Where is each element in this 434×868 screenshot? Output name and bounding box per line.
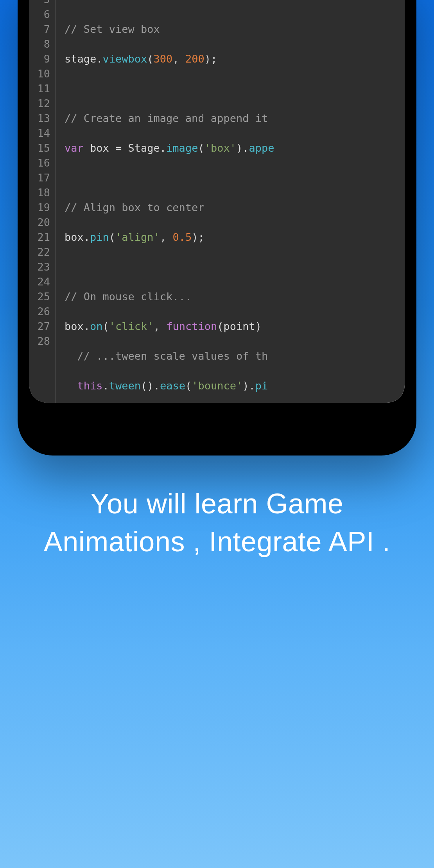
code-line: // ...tween scale values of th [65,349,405,364]
phone-frame: 4 5 6 7 8 9 10 11 12 13 14 15 16 17 18 1… [18,0,416,456]
line-number: 25 [29,289,50,304]
promo-caption: You will learn Game Animations , Integra… [0,485,434,561]
code-line: // Set view box [65,22,405,37]
code-line [65,81,405,96]
line-number: 27 [29,319,50,334]
line-number: 6 [29,7,50,22]
code-line: box.on('click', function(point) [65,319,405,334]
line-number: 21 [29,230,50,245]
code-line [65,260,405,274]
code-line [65,170,405,185]
line-number: 26 [29,304,50,319]
code-editor[interactable]: 4 5 6 7 8 9 10 11 12 13 14 15 16 17 18 1… [29,0,405,403]
line-number: 14 [29,126,50,141]
line-number: 8 [29,37,50,52]
screen: 4 5 6 7 8 9 10 11 12 13 14 15 16 17 18 1… [29,0,405,403]
line-number: 9 [29,52,50,66]
line-number: 17 [29,170,50,185]
line-number: 7 [29,22,50,37]
line-number: 10 [29,66,50,81]
line-number: 19 [29,200,50,215]
code-line: stage.viewbox(300, 200); [65,52,405,66]
line-number: 5 [29,0,50,7]
code-line: // On mouse click... [65,289,405,304]
code-line [65,0,405,7]
line-number-gutter: 4 5 6 7 8 9 10 11 12 13 14 15 16 17 18 1… [29,0,56,403]
line-number: 28 [29,334,50,349]
line-number: 13 [29,111,50,126]
code-line: box.pin('align', 0.5); [65,230,405,245]
line-number: 23 [29,260,50,274]
line-number: 15 [29,141,50,156]
line-number: 18 [29,185,50,200]
code-content[interactable]: // Set view box stage.viewbox(300, 200);… [56,0,405,403]
line-number: 24 [29,274,50,289]
line-number: 11 [29,81,50,96]
line-number: 20 [29,215,50,230]
code-line: this.tween().ease('bounce').pi [65,378,405,393]
line-number: 16 [29,156,50,170]
code-line: var box = Stage.image('box').appe [65,141,405,156]
code-line: // Align box to center [65,200,405,215]
code-line: // Create an image and append it [65,111,405,126]
line-number: 12 [29,96,50,111]
line-number: 22 [29,245,50,260]
